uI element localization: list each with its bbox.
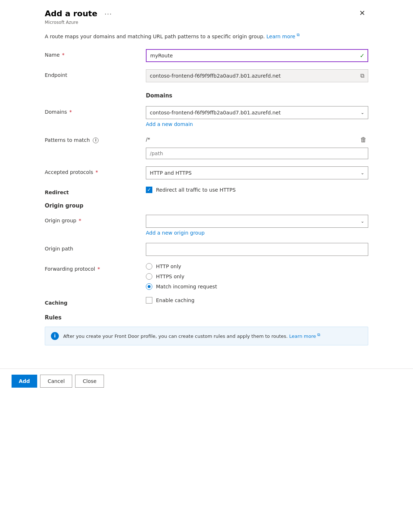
- rules-section-title: Rules: [45, 314, 368, 321]
- redirect-label: Redirect all traffic to use HTTPS: [156, 187, 236, 193]
- chevron-down-icon: ⌄: [361, 219, 364, 224]
- checkbox-check-icon: ✓: [147, 187, 151, 192]
- info-icon: i: [51, 332, 59, 340]
- forwarding-http-option[interactable]: HTTP only: [146, 263, 368, 270]
- copy-icon[interactable]: ⧉: [360, 72, 364, 79]
- endpoint-readonly: contoso-frontend-f6f9f9ffb2a0aud7.b01.az…: [146, 69, 368, 82]
- footer: Add Cancel Close: [0, 369, 413, 393]
- forwarding-protocol-label: Forwarding protocol *: [45, 263, 146, 272]
- accepted-protocols-dropdown[interactable]: HTTP and HTTPS ⌄: [146, 166, 368, 179]
- pattern-value: /*: [146, 134, 359, 144]
- add-button[interactable]: Add: [12, 375, 37, 388]
- redirect-section-title: Redirect: [45, 187, 146, 195]
- redirect-checkbox-row[interactable]: ✓ Redirect all traffic to use HTTPS: [146, 187, 368, 193]
- rules-learn-more-link[interactable]: Learn more ⧉: [289, 333, 320, 339]
- learn-more-link[interactable]: Learn more ⧉: [266, 34, 300, 39]
- forwarding-match-radio[interactable]: [146, 283, 152, 290]
- origin-group-dropdown[interactable]: ⌄: [146, 215, 368, 228]
- forwarding-protocol-group: HTTP only HTTPS only Match incoming requ…: [146, 263, 368, 290]
- origin-path-input[interactable]: [146, 243, 368, 256]
- close-button[interactable]: Close: [75, 375, 104, 388]
- required-indicator: *: [60, 52, 64, 58]
- info-box: i After you create your Front Door profi…: [45, 327, 368, 345]
- radio-selected-dot: [148, 285, 151, 288]
- forwarding-match-option[interactable]: Match incoming request: [146, 283, 368, 290]
- caching-checkbox-row[interactable]: Enable caching: [146, 297, 368, 304]
- delete-pattern-icon[interactable]: 🗑: [359, 134, 368, 145]
- origin-group-section-title: Origin group: [45, 202, 368, 209]
- origin-path-label: Origin path: [45, 243, 146, 252]
- external-link-icon: ⧉: [297, 32, 300, 37]
- forwarding-https-radio[interactable]: [146, 273, 152, 280]
- cancel-button[interactable]: Cancel: [40, 375, 72, 388]
- add-origin-group-link[interactable]: Add a new origin group: [146, 230, 205, 236]
- domains-dropdown[interactable]: contoso-frontend-f6f9f9ffb2a0aud7.b01.az…: [146, 106, 368, 119]
- forwarding-https-option[interactable]: HTTPS only: [146, 273, 368, 280]
- forwarding-match-label: Match incoming request: [156, 284, 217, 289]
- panel-title: Add a route: [45, 9, 97, 18]
- accepted-protocols-label: Accepted protocols *: [45, 166, 146, 175]
- description-text: A route maps your domains and matching U…: [45, 32, 368, 40]
- origin-group-label: Origin group *: [45, 215, 146, 223]
- caching-option-label: Enable caching: [156, 297, 195, 303]
- close-icon-button[interactable]: ✕: [356, 7, 368, 19]
- more-options-button[interactable]: ···: [102, 9, 115, 19]
- add-domain-link[interactable]: Add a new domain: [146, 121, 193, 127]
- info-box-text: After you create your Front Door profile…: [63, 332, 320, 340]
- patterns-label: Patterns to match i: [45, 134, 146, 143]
- name-input[interactable]: [146, 49, 368, 62]
- domains-section-title: Domains: [146, 92, 368, 99]
- panel-subtitle: Microsoft Azure: [45, 20, 115, 25]
- domains-label: Domains *: [45, 106, 146, 115]
- valid-check-icon: ✓: [360, 52, 365, 59]
- pattern-existing-item: /* 🗑: [146, 134, 368, 145]
- pattern-input[interactable]: [146, 148, 368, 159]
- caching-label: Caching: [45, 297, 146, 306]
- name-label: Name *: [45, 49, 146, 58]
- redirect-checkbox[interactable]: ✓: [146, 187, 152, 193]
- info-tooltip-icon[interactable]: i: [93, 138, 99, 143]
- endpoint-label: Endpoint: [45, 69, 146, 78]
- external-link-icon: ⧉: [317, 332, 320, 337]
- chevron-down-icon: ⌄: [361, 110, 364, 115]
- forwarding-http-label: HTTP only: [156, 263, 181, 269]
- caching-checkbox[interactable]: [146, 297, 152, 304]
- forwarding-http-radio[interactable]: [146, 263, 152, 270]
- forwarding-https-label: HTTPS only: [156, 274, 184, 279]
- chevron-down-icon: ⌄: [361, 170, 364, 175]
